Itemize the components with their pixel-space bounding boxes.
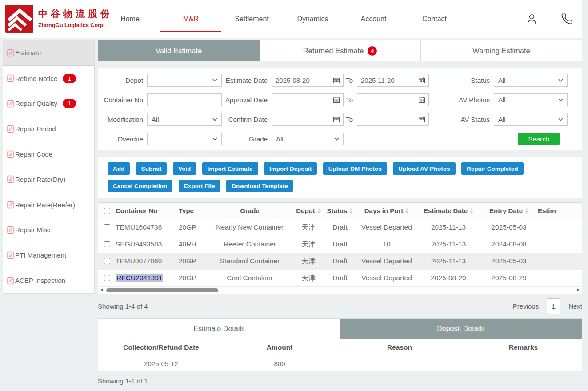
grade-cell: Standard Container bbox=[220, 257, 280, 265]
tab-deposit-details[interactable]: Deposit Details bbox=[340, 319, 582, 339]
add-button[interactable]: Add bbox=[108, 162, 130, 175]
filter-panel: Depot Estimate Date 2025-08-20 To 2025-1… bbox=[98, 68, 582, 150]
grade-cell: Reefer Container bbox=[224, 240, 276, 248]
sidebar-item-acep-inspection[interactable]: ACEP Inspection bbox=[3, 268, 94, 293]
sort-icon[interactable] bbox=[349, 208, 353, 214]
download-template-button[interactable]: Download Template bbox=[226, 180, 293, 192]
estimate-date-from-input[interactable]: 2025-08-20 bbox=[272, 74, 344, 87]
entry-date-cell: 2024-08-08 bbox=[491, 240, 526, 248]
phone-icon[interactable] bbox=[561, 12, 573, 27]
upload-dm-photos-button[interactable]: Upload DM Photos bbox=[323, 162, 387, 175]
entry-date-cell: 2025-08-29 bbox=[491, 274, 526, 282]
av-photos-select[interactable]: All bbox=[494, 93, 568, 106]
scroll-left-arrow-icon[interactable] bbox=[100, 288, 103, 292]
modification-label: Modification bbox=[101, 116, 147, 123]
row-checkbox[interactable] bbox=[104, 224, 110, 230]
sort-icon[interactable] bbox=[470, 208, 473, 214]
av-status-select[interactable]: All bbox=[494, 113, 568, 126]
estimate-tabs: Valid Estimate Returned Estimate 4 Warni… bbox=[98, 40, 582, 61]
scroll-right-arrow-icon[interactable] bbox=[577, 288, 580, 292]
entry-date-cell: 2025-05-03 bbox=[491, 223, 526, 231]
sidebar-item-label: Repair Period bbox=[15, 125, 56, 133]
sidebar-item-repair-rate-reefer[interactable]: Repair Rate(Reefer) bbox=[3, 192, 94, 218]
repair-completed-button[interactable]: Repair Completed bbox=[461, 162, 524, 175]
upload-av-photos-button[interactable]: Upload AV Photos bbox=[393, 162, 455, 175]
page-number-box[interactable]: 1 bbox=[547, 298, 560, 314]
row-checkbox[interactable] bbox=[104, 241, 110, 247]
export-file-button[interactable]: Export File bbox=[179, 180, 220, 192]
tab-warning-estimate[interactable]: Warning Estimate bbox=[421, 40, 582, 61]
nav-item-account[interactable]: Account bbox=[343, 0, 404, 38]
horizontal-scrollbar[interactable] bbox=[98, 287, 582, 294]
next-page-link[interactable]: Next bbox=[568, 302, 582, 310]
sidebar-item-pti-management[interactable]: PTI Management bbox=[3, 242, 94, 268]
sidebar-item-repair-rate-dry[interactable]: Repair Rate(Dry) bbox=[3, 167, 94, 192]
previous-page-link[interactable]: Previous bbox=[513, 302, 539, 310]
modification-select[interactable]: All bbox=[147, 113, 222, 126]
container-no-label: Container No bbox=[101, 96, 147, 104]
edit-document-icon bbox=[7, 201, 14, 209]
scrollbar-thumb[interactable] bbox=[106, 288, 218, 292]
depot-cell: 天津 bbox=[302, 257, 316, 265]
overdue-select[interactable] bbox=[147, 133, 222, 145]
sort-icon[interactable] bbox=[405, 208, 409, 214]
sidebar-item-estimate[interactable]: Estimate bbox=[3, 40, 94, 66]
status-select[interactable]: All bbox=[494, 74, 568, 87]
sidebar-item-repair-quality[interactable]: Repair Quality 1 bbox=[3, 91, 94, 117]
approval-date-to-input[interactable] bbox=[357, 93, 429, 106]
col-entry-date: Entry Date bbox=[489, 207, 523, 214]
sort-icon[interactable] bbox=[317, 208, 321, 214]
company-logo bbox=[5, 5, 33, 35]
void-button[interactable]: Void bbox=[173, 162, 196, 175]
confirm-date-from-input[interactable] bbox=[272, 113, 344, 126]
sidebar-item-refund-notice[interactable]: Refund Notice 1 bbox=[3, 66, 94, 91]
container-no-cell[interactable]: TEMU1604736 bbox=[116, 223, 162, 231]
tab-label: Deposit Details bbox=[437, 325, 485, 333]
approval-date-from-input[interactable] bbox=[272, 93, 344, 106]
user-icon[interactable] bbox=[526, 12, 538, 27]
import-estimate-button[interactable]: Import Estimate bbox=[202, 162, 258, 175]
sidebar-item-repair-period[interactable]: Repair Period bbox=[3, 116, 94, 141]
status-cell: Draft bbox=[332, 223, 348, 231]
grade-select[interactable]: All bbox=[272, 133, 344, 145]
entry-date-cell: 2025-05-03 bbox=[491, 257, 526, 265]
table-row[interactable]: SEGU9493503 40RH Reefer Container 天津 Dra… bbox=[98, 236, 582, 253]
sort-icon[interactable] bbox=[525, 208, 528, 214]
chevron-down-icon bbox=[558, 79, 563, 82]
row-checkbox[interactable] bbox=[104, 275, 110, 281]
container-no-cell-selected[interactable]: RFCU2041391 bbox=[116, 274, 163, 282]
table-row[interactable]: RFCU2041391 20GP Coal Container 天津 Draft… bbox=[98, 270, 582, 286]
nav-item-home[interactable]: Home bbox=[100, 0, 160, 38]
select-all-checkbox[interactable] bbox=[104, 208, 110, 214]
import-deposit-button[interactable]: Import Deposit bbox=[264, 162, 317, 175]
depot-label: Depot bbox=[101, 77, 147, 84]
search-button[interactable]: Search bbox=[518, 133, 560, 145]
tab-estimate-details[interactable]: Estimate Details bbox=[98, 319, 340, 339]
notification-badge: 1 bbox=[63, 99, 76, 108]
nav-item-dynamics[interactable]: Dynamics bbox=[282, 0, 343, 38]
tab-valid-estimate[interactable]: Valid Estimate bbox=[98, 40, 260, 61]
sidebar-item-repair-code[interactable]: Repair Code bbox=[3, 141, 94, 167]
nav-label: M&R bbox=[183, 15, 199, 23]
av-photos-select-value: All bbox=[498, 96, 506, 104]
cancel-completion-button[interactable]: Cancel Completion bbox=[108, 180, 172, 192]
table-row[interactable]: TEMU1604736 20GP Nearly New Container 天津… bbox=[98, 219, 582, 236]
nav-item-mr[interactable]: M&R bbox=[160, 0, 221, 38]
sidebar-item-label: Repair Code bbox=[15, 150, 52, 158]
container-no-input[interactable] bbox=[147, 93, 222, 106]
depot-select[interactable] bbox=[147, 74, 222, 87]
row-checkbox[interactable] bbox=[104, 258, 110, 264]
table-row[interactable]: TEMU0077060 20GP Standard Container 天津 D… bbox=[98, 253, 582, 270]
tab-returned-estimate[interactable]: Returned Estimate 4 bbox=[260, 40, 421, 61]
container-no-cell[interactable]: TEMU0077060 bbox=[116, 257, 162, 265]
sidebar-item-repair-misc[interactable]: Repair Misc bbox=[3, 218, 94, 243]
submit-button[interactable]: Submit bbox=[136, 162, 167, 175]
estimate-date-cell: 2025-11-13 bbox=[431, 257, 466, 265]
edit-document-icon bbox=[7, 100, 14, 108]
container-no-cell[interactable]: SEGU9493503 bbox=[116, 240, 162, 248]
sidebar-item-label: Repair Rate(Dry) bbox=[15, 176, 65, 183]
nav-item-settlement[interactable]: Settlement bbox=[221, 0, 282, 38]
confirm-date-to-input[interactable] bbox=[357, 113, 429, 126]
estimate-date-to-input[interactable]: 2025-11-20 bbox=[357, 74, 429, 87]
nav-item-contact[interactable]: Contact bbox=[404, 0, 465, 38]
